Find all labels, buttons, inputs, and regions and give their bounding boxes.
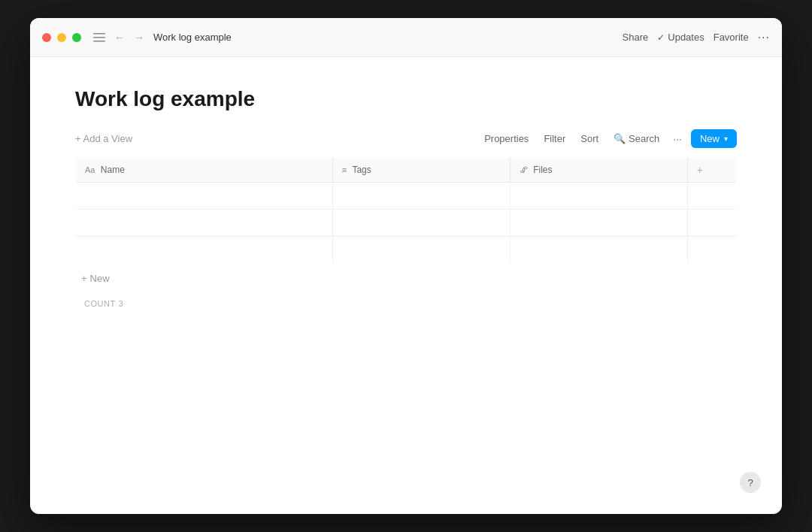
nav-controls: ← →: [111, 29, 147, 47]
more-options-icon: ···: [673, 133, 682, 145]
table-row: [76, 183, 737, 210]
toolbar-more-button[interactable]: ···: [670, 130, 685, 148]
count-area: COUNT 3: [75, 293, 737, 314]
row-1-files-cell[interactable]: [510, 183, 687, 210]
new-row-label: New: [90, 273, 110, 284]
page-title-breadcrumb: Work log example: [153, 32, 232, 43]
row-3-name-cell[interactable]: [76, 237, 333, 264]
svg-rect-1: [93, 37, 105, 38]
column-name-label: Name: [101, 165, 125, 175]
row-3-files-cell[interactable]: [510, 237, 687, 264]
search-label: Search: [629, 133, 659, 144]
text-icon: Aa: [85, 165, 95, 174]
column-tags-label: Tags: [352, 165, 371, 175]
count-value: 3: [119, 299, 123, 308]
count-label: COUNT: [84, 299, 116, 308]
check-icon: ✓: [657, 32, 665, 43]
close-button[interactable]: [42, 33, 51, 42]
table-header-row: Aa Name ≡ Tags 🖇 Files +: [76, 158, 737, 183]
table-row: [76, 210, 737, 237]
titlebar: ← → Work log example Share ✓ Updates Fav…: [30, 18, 782, 57]
sort-label: Sort: [580, 133, 598, 144]
row-1-name-cell[interactable]: [76, 183, 333, 210]
share-label: Share: [623, 32, 649, 43]
help-icon: ?: [747, 477, 753, 488]
forward-button[interactable]: →: [131, 29, 147, 47]
table-row: [76, 237, 737, 264]
add-column-header: +: [687, 158, 736, 183]
main-window: ← → Work log example Share ✓ Updates Fav…: [30, 18, 782, 514]
row-2-name-cell[interactable]: [76, 210, 333, 237]
view-toolbar: + Add a View Properties Filter Sort 🔍 Se…: [75, 129, 737, 148]
breadcrumb: Work log example: [153, 32, 623, 43]
svg-rect-0: [93, 33, 105, 35]
row-1-tags-cell[interactable]: [332, 183, 510, 210]
row-1-extra-cell: [687, 183, 736, 210]
maximize-button[interactable]: [72, 33, 81, 42]
updates-label: Updates: [668, 32, 704, 43]
properties-label: Properties: [484, 133, 529, 144]
row-2-extra-cell: [687, 210, 736, 237]
favorite-label: Favorite: [714, 32, 749, 43]
page-title: Work log example: [75, 87, 737, 111]
new-row-area: + New: [75, 264, 737, 293]
properties-button[interactable]: Properties: [480, 130, 533, 147]
share-button[interactable]: Share: [623, 32, 649, 43]
column-name-header[interactable]: Aa Name: [76, 158, 333, 183]
filter-button[interactable]: Filter: [539, 130, 570, 147]
add-column-button[interactable]: +: [697, 164, 703, 176]
list-icon: ≡: [342, 165, 347, 174]
sidebar-toggle-button[interactable]: [90, 30, 108, 45]
titlebar-more-button[interactable]: ···: [758, 31, 770, 44]
toolbar-right: Properties Filter Sort 🔍 Search ···: [480, 129, 737, 148]
new-button[interactable]: New ▾: [691, 129, 737, 148]
titlebar-actions: Share ✓ Updates Favorite ···: [623, 31, 770, 44]
column-files-label: Files: [533, 165, 552, 175]
search-icon: 🔍: [614, 133, 626, 144]
search-button[interactable]: 🔍 Search: [609, 130, 664, 147]
row-2-files-cell[interactable]: [510, 210, 687, 237]
add-view-button[interactable]: + Add a View: [75, 133, 132, 144]
main-content: Work log example + Add a View Properties…: [30, 57, 782, 514]
row-3-extra-cell: [687, 237, 736, 264]
favorite-button[interactable]: Favorite: [714, 32, 749, 43]
row-3-tags-cell[interactable]: [332, 237, 510, 264]
database-table: Aa Name ≡ Tags 🖇 Files +: [75, 157, 737, 264]
column-files-header[interactable]: 🖇 Files: [510, 158, 687, 183]
new-label: New: [700, 133, 720, 144]
svg-rect-2: [93, 41, 105, 42]
traffic-lights: [42, 33, 81, 42]
row-2-tags-cell[interactable]: [332, 210, 510, 237]
filter-label: Filter: [544, 133, 565, 144]
updates-button[interactable]: ✓ Updates: [657, 32, 704, 43]
sort-button[interactable]: Sort: [576, 130, 603, 147]
add-view-label: + Add a View: [75, 133, 132, 144]
paperclip-icon: 🖇: [520, 165, 528, 174]
more-icon: ···: [758, 31, 770, 44]
back-button[interactable]: ←: [111, 29, 128, 47]
dropdown-arrow-icon: ▾: [724, 135, 728, 143]
help-button[interactable]: ?: [740, 472, 761, 493]
new-row-button[interactable]: + New: [75, 270, 116, 287]
column-tags-header[interactable]: ≡ Tags: [332, 158, 510, 183]
plus-icon: +: [81, 273, 87, 284]
minimize-button[interactable]: [57, 33, 66, 42]
